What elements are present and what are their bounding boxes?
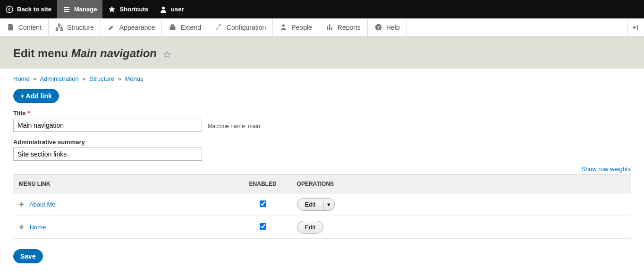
star-icon (108, 6, 116, 13)
machine-name: Machine name: main (208, 123, 260, 130)
toolbar-orientation-toggle[interactable] (627, 18, 644, 36)
col-operations: OPERATIONS (291, 175, 631, 193)
manage-label: Manage (74, 6, 97, 13)
structure-icon (55, 23, 63, 31)
admin-people[interactable]: People (273, 18, 319, 36)
menu-link-item[interactable]: About Me (29, 201, 56, 208)
menu-links-table: MENU LINK ENABLED OPERATIONS ✥ About Me … (13, 174, 631, 239)
admin-extend[interactable]: Extend (162, 18, 208, 36)
user-icon (160, 6, 167, 13)
extend-icon (169, 23, 177, 31)
admin-configuration[interactable]: Configuration (208, 18, 273, 36)
edit-dropdown-toggle[interactable]: ▾ (323, 198, 335, 211)
help-icon: ? (374, 23, 382, 31)
drag-handle-icon[interactable]: ✥ (19, 201, 24, 208)
content-icon (7, 23, 15, 31)
breadcrumb-structure[interactable]: Structure (89, 75, 114, 82)
menu-link-item[interactable]: Home (30, 224, 46, 231)
enabled-checkbox[interactable] (260, 223, 266, 230)
svg-text:?: ? (377, 25, 380, 30)
svg-point-1 (162, 7, 165, 9)
title-label: Title * (13, 110, 631, 117)
summary-input[interactable] (13, 148, 202, 161)
edit-button[interactable]: Edit (297, 221, 323, 234)
edit-button[interactable]: Edit (297, 198, 323, 211)
configuration-icon (215, 23, 223, 31)
svg-point-0 (6, 6, 13, 13)
back-to-site[interactable]: Back to site (0, 0, 57, 18)
enabled-checkbox[interactable] (260, 200, 266, 207)
table-row: ✥ About Me Edit▾ (13, 193, 631, 216)
page-title: Edit menu Main navigation ☆ (13, 47, 631, 60)
show-row-weights-link[interactable]: Show row weights (581, 165, 631, 173)
breadcrumb-administration[interactable]: Administration (40, 75, 78, 82)
table-row: ✥ Home Edit (13, 216, 631, 239)
people-icon (280, 23, 288, 31)
admin-structure[interactable]: Structure (49, 18, 101, 36)
svg-point-2 (282, 25, 285, 27)
hamburger-icon (63, 6, 70, 13)
admin-content[interactable]: Content (0, 18, 49, 36)
user-tab[interactable]: user (154, 0, 189, 18)
save-button[interactable]: Save (13, 249, 43, 263)
title-input[interactable] (13, 119, 202, 132)
summary-label: Administrative summary (13, 139, 631, 146)
add-link-button[interactable]: + Add link (13, 89, 59, 103)
drag-handle-icon[interactable]: ✥ (19, 224, 24, 231)
breadcrumb-menus[interactable]: Menus (125, 75, 144, 82)
user-label: user (171, 6, 184, 13)
back-arrow-icon (6, 6, 13, 13)
admin-reports[interactable]: Reports (319, 18, 368, 36)
back-to-site-label: Back to site (17, 6, 51, 13)
shortcuts-label: Shortcuts (119, 6, 148, 13)
breadcrumb-home[interactable]: Home (13, 75, 30, 82)
toggle-orientation-icon (632, 23, 640, 32)
col-enabled: ENABLED (235, 175, 291, 193)
appearance-icon (108, 23, 116, 31)
admin-appearance[interactable]: Appearance (101, 18, 162, 36)
reports-icon (326, 23, 334, 31)
admin-help[interactable]: ? Help (368, 18, 407, 36)
col-menu-link: MENU LINK (13, 175, 235, 193)
manage-tab[interactable]: Manage (57, 0, 102, 18)
shortcuts-tab[interactable]: Shortcuts (102, 0, 154, 18)
shortcut-star-icon[interactable]: ☆ (163, 49, 171, 60)
breadcrumb: Home » Administration » Structure » Menu… (13, 75, 631, 82)
